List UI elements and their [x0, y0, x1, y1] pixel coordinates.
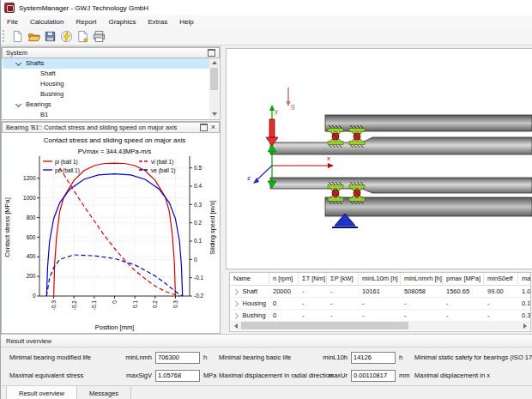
tree-item-b1[interactable]: B1 [3, 110, 219, 118]
calculate-lightning-icon [60, 30, 73, 43]
table-header-row: Namen [rpm]ΣT [Nm]ΣP [kW]minL10rh [h]min… [230, 273, 531, 286]
tree-item-shafts[interactable]: Shafts [3, 58, 219, 69]
open-file-button[interactable] [26, 28, 42, 44]
chevron-down-icon[interactable] [15, 100, 21, 106]
new-file-icon [11, 30, 24, 43]
svg-text:200: 200 [27, 273, 36, 279]
table-cell: - [327, 298, 359, 310]
tree-item-label: Housing [40, 79, 64, 89]
bearing-symbol[interactable] [328, 125, 343, 148]
bearing-symbol[interactable] [349, 125, 365, 148]
table-cell: Bushing [230, 310, 269, 322]
table-cell: 1560.65 [443, 286, 484, 298]
gravity-arrowhead [287, 101, 291, 106]
scroll-down-button[interactable] [209, 110, 219, 118]
results-table-panel: Namen [rpm]ΣT [Nm]ΣP [kW]minL10rh [h]min… [222, 271, 532, 334]
close-icon[interactable]: × [211, 124, 215, 130]
drawing-panel: y x z g [222, 46, 532, 269]
table-cell: - [299, 298, 327, 310]
table-row[interactable]: Shaft20000--101615080581560.6599.001.06 [230, 286, 531, 298]
scroll-left-button[interactable] [231, 321, 240, 330]
svg-text:pi (ball 1): pi (ball 1) [55, 159, 78, 166]
table-cell: 20000 [269, 286, 299, 298]
save-button[interactable] [42, 28, 58, 44]
expand-row-icon[interactable] [233, 301, 238, 306]
svg-text:vi (ball 1): vi (ball 1) [151, 159, 173, 166]
x-axis-label: x [327, 154, 330, 162]
table-hscrollbar[interactable] [231, 321, 529, 330]
table-row[interactable]: Housing0------0.17 [230, 298, 531, 310]
tree-scrollbar[interactable] [209, 58, 219, 118]
tree-item-label: Bushing [40, 89, 63, 100]
float-panel-icon[interactable] [200, 124, 208, 131]
result-value-field[interactable] [155, 352, 200, 364]
tree-item-label: Shafts [26, 58, 44, 69]
menu-report[interactable]: Report [70, 17, 102, 27]
print-button[interactable] [91, 28, 107, 44]
column-header[interactable]: maxSigV [518, 273, 531, 286]
result-label: Maximal equivalent stress [9, 372, 118, 379]
column-header[interactable]: minS0eff [484, 273, 518, 286]
result-value-field[interactable] [155, 370, 200, 382]
result-label: Minimal bearing modified life [9, 354, 118, 361]
tree-item-shaft[interactable]: Shaft [3, 69, 219, 79]
table-cell: - [359, 298, 401, 310]
tab-messages[interactable]: Messages [77, 386, 131, 399]
chevron-down-icon[interactable] [15, 59, 21, 65]
menu-help[interactable]: Help [173, 17, 199, 27]
table-row[interactable]: Bushing0------0.35 [230, 310, 531, 322]
menu-extras[interactable]: Extras [142, 17, 174, 27]
svg-text:800: 800 [27, 215, 36, 221]
new-file-button[interactable] [9, 28, 26, 44]
bearing-symbol[interactable] [349, 182, 365, 204]
menu-calculation[interactable]: Calculation [24, 17, 70, 27]
chart-panel-title: Bearing 'B1': Contact stress and sliding… [6, 124, 197, 131]
svg-text:-0.1: -0.1 [194, 275, 204, 281]
table-cell: - [327, 286, 359, 298]
svg-text:0.4: 0.4 [194, 183, 202, 189]
shaft-drawing: y x z g [227, 49, 532, 269]
column-header[interactable]: n [rpm] [269, 273, 299, 286]
table-cell: Shaft [230, 286, 269, 298]
shaft-drawing-canvas[interactable]: y x z g [226, 48, 532, 269]
scroll-up-button[interactable] [209, 58, 219, 67]
column-header[interactable]: minLnmrh [h] [401, 273, 443, 286]
scroll-thumb[interactable] [210, 68, 218, 90]
print-icon [93, 30, 106, 43]
report-button[interactable] [75, 28, 91, 44]
calculate-button[interactable] [58, 28, 75, 44]
save-icon [44, 30, 57, 43]
table-cell: 1.06 [518, 286, 531, 298]
column-header[interactable]: minL10rh [h] [359, 273, 401, 286]
svg-text:0.3: 0.3 [172, 300, 178, 308]
menu-graphics[interactable]: Graphics [102, 17, 142, 27]
bearing-symbol[interactable] [328, 182, 343, 204]
column-header[interactable]: ΣP [kW] [327, 273, 359, 286]
result-unit: h [203, 354, 215, 361]
result-overview-panel: Result overview Minimal bearing modified… [1, 334, 532, 386]
tree-item-bushing[interactable]: Bushing [3, 89, 219, 100]
result-code: minLnmh [121, 354, 152, 361]
menu-file[interactable]: File [1, 17, 24, 27]
expand-row-icon[interactable] [233, 289, 238, 294]
float-panel-icon[interactable] [208, 49, 215, 57]
svg-text:0.1: 0.1 [194, 238, 202, 244]
tree-item-bearings[interactable]: Bearings [3, 100, 219, 110]
column-header[interactable]: pmax [MPa] [443, 273, 484, 286]
result-code: maxUr [318, 372, 348, 379]
expand-row-icon[interactable] [233, 313, 238, 318]
table-cell: 508058 [401, 286, 443, 298]
toolbar-grip[interactable] [3, 30, 7, 42]
column-header[interactable]: ΣT [Nm] [299, 273, 327, 286]
table-cell: - [299, 310, 327, 322]
table-cell: - [484, 298, 518, 310]
system-tree: ShaftsShaftHousingBushingBearingsB1 [3, 58, 219, 118]
result-value-field[interactable] [351, 352, 396, 364]
scroll-right-button[interactable] [520, 321, 529, 330]
column-header[interactable]: Name [230, 273, 269, 286]
tab-result-overview[interactable]: Result overview [6, 386, 77, 399]
result-value-field[interactable] [351, 370, 396, 382]
hscroll-thumb[interactable] [241, 322, 408, 329]
triangle-left-icon [234, 323, 238, 329]
tree-item-housing[interactable]: Housing [3, 79, 219, 89]
